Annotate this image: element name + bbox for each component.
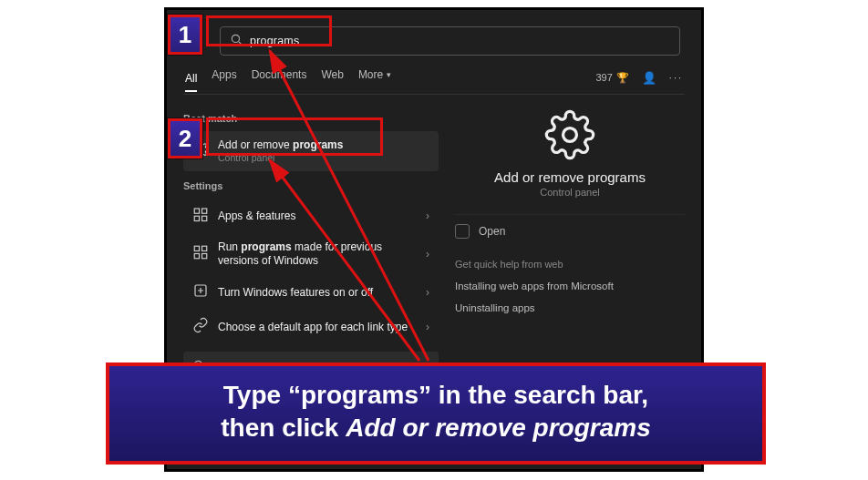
callout-badge-2: 2 — [168, 118, 202, 158]
more-options-icon[interactable]: ··· — [669, 72, 683, 83]
settings-result[interactable]: Choose a default app for each link type› — [183, 310, 439, 344]
best-match-result[interactable]: Add or remove programs Control panel — [183, 131, 439, 171]
open-label: Open — [479, 225, 505, 238]
best-match-header: Best match — [183, 113, 439, 124]
quick-help-header: Get quick help from web — [455, 259, 685, 270]
rewards-points[interactable]: 397 🏆 — [595, 72, 628, 84]
tab-apps[interactable]: Apps — [212, 68, 236, 87]
search-icon — [230, 33, 243, 49]
svg-rect-3 — [194, 209, 199, 213]
settings-item-title: Apps & features — [218, 209, 295, 223]
settings-header: Settings — [183, 180, 439, 191]
help-link[interactable]: Uninstalling apps — [455, 297, 685, 319]
search-input[interactable] — [250, 35, 670, 47]
trophy-icon: 🏆 — [616, 72, 629, 84]
settings-item-icon — [192, 282, 209, 302]
help-link[interactable]: Installing web apps from Microsoft — [455, 275, 685, 297]
svg-point-12 — [563, 128, 577, 142]
svg-point-0 — [232, 35, 239, 42]
chevron-down-icon: ▾ — [387, 70, 391, 79]
caption-line-1: Type “programs” in the search bar, — [128, 379, 744, 412]
search-bar[interactable] — [220, 26, 680, 56]
callout-badge-1: 1 — [168, 15, 202, 55]
svg-line-1 — [239, 42, 242, 45]
chevron-right-icon: › — [426, 248, 429, 260]
chevron-right-icon: › — [426, 286, 429, 299]
chevron-right-icon: › — [426, 209, 429, 222]
tab-more[interactable]: More ▾ — [358, 68, 391, 87]
open-action[interactable]: Open — [455, 214, 685, 248]
svg-rect-10 — [202, 254, 207, 259]
settings-item-icon — [192, 206, 209, 226]
rewards-points-value: 397 — [595, 72, 612, 83]
filter-tabs-row: All Apps Documents Web More ▾ 397 🏆 👤 ··… — [183, 68, 685, 95]
tab-documents[interactable]: Documents — [252, 68, 307, 87]
settings-item-title: Choose a default app for each link type — [218, 321, 408, 334]
account-icon[interactable]: 👤 — [642, 71, 656, 85]
svg-rect-9 — [194, 254, 199, 259]
svg-rect-7 — [194, 246, 199, 250]
detail-subtitle: Control panel — [455, 187, 685, 198]
chevron-right-icon: › — [426, 321, 429, 333]
tab-web[interactable]: Web — [321, 68, 343, 87]
caption-line-2: then click Add or remove programs — [128, 412, 744, 444]
svg-rect-5 — [194, 216, 199, 220]
settings-item-title: Turn Windows features on or off — [218, 286, 373, 300]
detail-title: Add or remove programs — [455, 169, 685, 185]
instruction-caption: Type “programs” in the search bar, then … — [106, 363, 766, 465]
best-match-subtitle: Control panel — [218, 152, 343, 164]
settings-item-icon — [192, 317, 209, 337]
svg-rect-8 — [202, 246, 207, 250]
best-match-title: Add or remove programs — [218, 138, 343, 152]
settings-item-icon — [192, 244, 209, 264]
settings-result[interactable]: Run programs made for previous versions … — [183, 233, 439, 275]
settings-result[interactable]: Apps & features› — [183, 199, 439, 233]
gear-icon-large — [455, 109, 685, 164]
settings-item-title: Run programs made for previous versions … — [218, 240, 417, 268]
tab-all[interactable]: All — [185, 72, 197, 92]
settings-result[interactable]: Turn Windows features on or off› — [183, 275, 439, 310]
svg-rect-4 — [202, 209, 207, 213]
open-icon — [455, 224, 470, 239]
tab-more-label: More — [358, 68, 383, 81]
svg-rect-6 — [202, 216, 207, 220]
detail-pane: Add or remove programs Control panel Ope… — [455, 104, 685, 344]
results-column: Best match Add or remove programs Contro… — [183, 104, 439, 344]
